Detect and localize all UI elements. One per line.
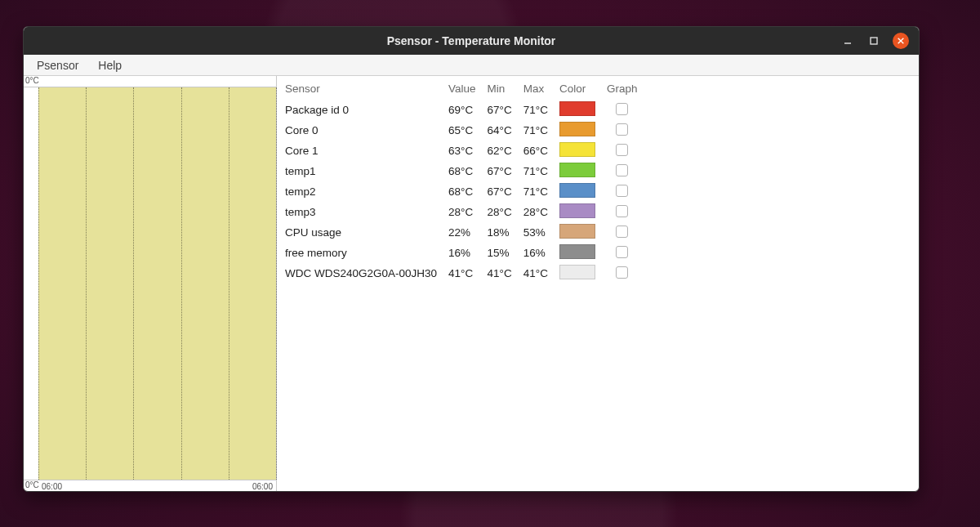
table-row[interactable]: Package id 069°C67°C71°C — [282, 100, 645, 120]
sensor-value: 41°C — [445, 263, 484, 284]
graph-pane: 0°C 0°C 06:00 06:00 — [24, 76, 277, 491]
sensor-min: 64°C — [484, 120, 520, 141]
close-button[interactable] — [893, 33, 909, 49]
sensor-max: 71°C — [520, 181, 556, 202]
sensor-max: 71°C — [520, 161, 556, 181]
minimize-button[interactable] — [840, 33, 855, 48]
sensor-name: WDC WDS240G2G0A-00JH30 — [282, 263, 445, 284]
color-swatch[interactable] — [559, 244, 595, 259]
color-swatch[interactable] — [559, 203, 595, 218]
sensor-min: 18% — [484, 222, 520, 243]
sensor-name: Core 0 — [282, 120, 445, 141]
sensor-name: Package id 0 — [282, 100, 445, 120]
graph-checkbox[interactable] — [616, 246, 628, 258]
sensor-graph-cell — [604, 243, 646, 263]
sensor-min: 15% — [484, 243, 520, 263]
col-graph[interactable]: Graph — [604, 79, 646, 100]
col-color[interactable]: Color — [556, 79, 604, 100]
graph-checkbox[interactable] — [616, 103, 628, 115]
color-swatch[interactable] — [559, 142, 595, 157]
sensor-min: 28°C — [484, 202, 520, 222]
graph-checkbox[interactable] — [616, 205, 628, 217]
sensor-min: 41°C — [484, 263, 520, 284]
table-row[interactable]: free memory16%15%16% — [282, 243, 645, 263]
sensor-value: 28°C — [445, 202, 484, 222]
sensor-color-cell[interactable] — [556, 202, 604, 222]
svg-rect-1 — [871, 38, 877, 44]
sensor-pane: Sensor Value Min Max Color Graph Package… — [277, 76, 919, 491]
temperature-graph[interactable] — [38, 87, 276, 480]
graph-checkbox[interactable] — [616, 164, 628, 176]
sensor-value: 63°C — [445, 141, 484, 161]
sensor-name: CPU usage — [282, 222, 445, 243]
sensor-color-cell[interactable] — [556, 222, 604, 243]
sensor-name: free memory — [282, 243, 445, 263]
col-min[interactable]: Min — [484, 79, 520, 100]
table-row[interactable]: temp268°C67°C71°C — [282, 181, 645, 202]
sensor-name: temp1 — [282, 161, 445, 181]
color-swatch[interactable] — [559, 183, 595, 198]
table-row[interactable]: WDC WDS240G2G0A-00JH3041°C41°C41°C — [282, 263, 645, 284]
sensor-graph-cell — [604, 100, 646, 120]
graph-axis-bottom: 0°C 06:00 06:00 — [24, 480, 276, 491]
col-max[interactable]: Max — [520, 79, 556, 100]
col-value[interactable]: Value — [445, 79, 484, 100]
color-swatch[interactable] — [559, 122, 595, 136]
sensor-graph-cell — [604, 222, 646, 243]
table-row[interactable]: Core 163°C62°C66°C — [282, 141, 645, 161]
graph-checkbox[interactable] — [616, 185, 628, 197]
color-swatch[interactable] — [559, 224, 595, 239]
sensor-max: 16% — [520, 243, 556, 263]
table-row[interactable]: Core 065°C64°C71°C — [282, 120, 645, 141]
window-title: Psensor - Temperature Monitor — [387, 34, 556, 47]
sensor-value: 22% — [445, 222, 484, 243]
sensor-color-cell[interactable] — [556, 263, 604, 284]
sensor-graph-cell — [604, 181, 646, 202]
menu-psensor[interactable]: Psensor — [29, 57, 87, 74]
sensor-color-cell[interactable] — [556, 181, 604, 202]
sensor-graph-cell — [604, 141, 646, 161]
sensor-name: temp3 — [282, 202, 445, 222]
sensor-name: temp2 — [282, 181, 445, 202]
graph-checkbox[interactable] — [616, 266, 628, 279]
graph-gridlines — [38, 87, 276, 480]
sensor-graph-cell — [604, 202, 646, 222]
sensor-min: 67°C — [484, 161, 520, 181]
color-swatch[interactable] — [559, 265, 595, 279]
table-row[interactable]: CPU usage22%18%53% — [282, 222, 645, 243]
col-sensor[interactable]: Sensor — [282, 79, 445, 100]
menu-help[interactable]: Help — [90, 57, 130, 74]
window-controls — [840, 27, 914, 55]
color-swatch[interactable] — [559, 101, 595, 116]
x-axis-left-label: 06:00 — [42, 482, 62, 491]
sensor-color-cell[interactable] — [556, 100, 604, 120]
x-axis-right-label: 06:00 — [252, 482, 273, 491]
titlebar[interactable]: Psensor - Temperature Monitor — [24, 27, 919, 55]
maximize-button[interactable] — [866, 33, 881, 48]
sensor-value: 68°C — [445, 181, 484, 202]
sensor-color-cell[interactable] — [556, 120, 604, 141]
sensor-graph-cell — [604, 161, 646, 181]
graph-checkbox[interactable] — [616, 123, 628, 136]
sensor-name: Core 1 — [282, 141, 445, 161]
sensor-color-cell[interactable] — [556, 141, 604, 161]
graph-checkbox[interactable] — [616, 144, 628, 156]
graph-axis-top: 0°C — [24, 76, 276, 87]
table-header-row: Sensor Value Min Max Color Graph — [282, 79, 645, 100]
graph-checkbox[interactable] — [616, 226, 628, 238]
sensor-min: 62°C — [484, 141, 520, 161]
sensor-value: 69°C — [445, 100, 484, 120]
color-swatch[interactable] — [559, 163, 595, 177]
sensor-color-cell[interactable] — [556, 243, 604, 263]
sensor-min: 67°C — [484, 181, 520, 202]
table-row[interactable]: temp328°C28°C28°C — [282, 202, 645, 222]
sensor-color-cell[interactable] — [556, 161, 604, 181]
sensor-value: 65°C — [445, 120, 484, 141]
sensor-graph-cell — [604, 263, 646, 284]
sensor-max: 28°C — [520, 202, 556, 222]
table-row[interactable]: temp168°C67°C71°C — [282, 161, 645, 181]
sensor-min: 67°C — [484, 100, 520, 120]
sensor-value: 68°C — [445, 161, 484, 181]
sensor-max: 53% — [520, 222, 556, 243]
sensor-max: 71°C — [520, 100, 556, 120]
